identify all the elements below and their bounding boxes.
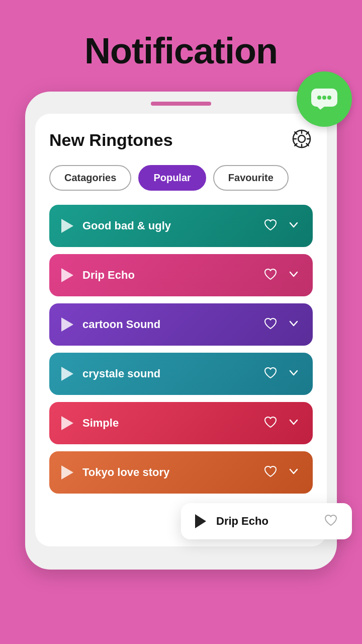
filter-tabs: Catagories Popular Favourite	[49, 165, 313, 191]
settings-icon	[292, 129, 311, 150]
track-name: Good bad & ugly	[82, 219, 171, 232]
settings-button[interactable]	[291, 129, 313, 151]
phone-frame: New Ringtones	[25, 92, 337, 570]
play-icon	[61, 219, 73, 233]
chevron-down-icon[interactable]	[287, 464, 301, 480]
phone-notch-bar	[35, 102, 327, 106]
app-header: New Ringtones	[49, 129, 313, 151]
ringtone-item-left: cartoon Sound	[61, 317, 160, 332]
mini-play-icon[interactable]	[195, 514, 206, 528]
chat-icon	[310, 88, 338, 111]
ringtone-item[interactable]: cartoon Sound	[49, 303, 313, 346]
track-name: Simple	[82, 417, 119, 430]
heart-icon[interactable]	[263, 464, 278, 480]
chevron-down-icon[interactable]	[287, 267, 301, 283]
ringtone-actions	[263, 415, 301, 431]
app-title: New Ringtones	[49, 130, 173, 150]
ringtone-item-left: crystale sound	[61, 367, 160, 381]
heart-icon[interactable]	[263, 415, 278, 431]
track-name: cartoon Sound	[82, 318, 160, 331]
play-icon	[61, 367, 73, 381]
ringtone-actions	[263, 366, 301, 382]
heart-icon[interactable]	[263, 316, 278, 333]
play-icon	[61, 465, 73, 479]
svg-point-2	[322, 96, 326, 100]
track-name: Drip Echo	[82, 269, 135, 282]
ringtone-item-left: Tokyo love story	[61, 465, 169, 479]
svg-point-5	[298, 135, 305, 142]
ringtone-item[interactable]: Tokyo love story	[49, 451, 313, 494]
track-name: Tokyo love story	[82, 466, 169, 479]
tab-popular[interactable]: Popular	[138, 165, 206, 191]
ringtone-actions	[263, 316, 301, 333]
phone-notch	[151, 102, 211, 106]
ringtone-item[interactable]: crystale sound	[49, 353, 313, 395]
heart-icon[interactable]	[263, 366, 278, 382]
tab-favourite[interactable]: Favourite	[213, 165, 289, 191]
tab-categories[interactable]: Catagories	[49, 165, 131, 191]
heart-icon[interactable]	[263, 267, 278, 283]
ringtone-item[interactable]: Good bad & ugly	[49, 205, 313, 247]
ringtone-actions	[263, 267, 301, 283]
ringtone-item-left: Good bad & ugly	[61, 219, 171, 233]
chevron-down-icon[interactable]	[287, 415, 301, 431]
play-icon	[61, 317, 73, 332]
mini-track-name: Drip Echo	[216, 515, 314, 528]
ringtone-item-left: Simple	[61, 416, 119, 430]
track-name: crystale sound	[82, 367, 160, 380]
chat-notification-bubble[interactable]	[297, 71, 352, 127]
ringtone-item-left: Drip Echo	[61, 268, 135, 282]
page-background: Notification New Ringtones	[0, 0, 362, 570]
heart-icon[interactable]	[263, 218, 278, 234]
svg-point-3	[327, 96, 331, 100]
mini-player[interactable]: Drip Echo	[181, 503, 352, 539]
ringtone-actions	[263, 464, 301, 480]
chevron-down-icon[interactable]	[287, 316, 301, 333]
ringtone-item[interactable]: Simple	[49, 402, 313, 444]
mini-heart-icon[interactable]	[324, 513, 338, 529]
phone-screen: New Ringtones	[35, 114, 327, 546]
ringtone-list: Good bad & ugly Drip	[49, 205, 313, 494]
chevron-down-icon[interactable]	[287, 218, 301, 234]
chevron-down-icon[interactable]	[287, 366, 301, 382]
play-icon	[61, 268, 73, 282]
ringtone-item[interactable]: Drip Echo	[49, 254, 313, 296]
ringtone-actions	[263, 218, 301, 234]
play-icon	[61, 416, 73, 430]
svg-point-1	[317, 96, 321, 100]
